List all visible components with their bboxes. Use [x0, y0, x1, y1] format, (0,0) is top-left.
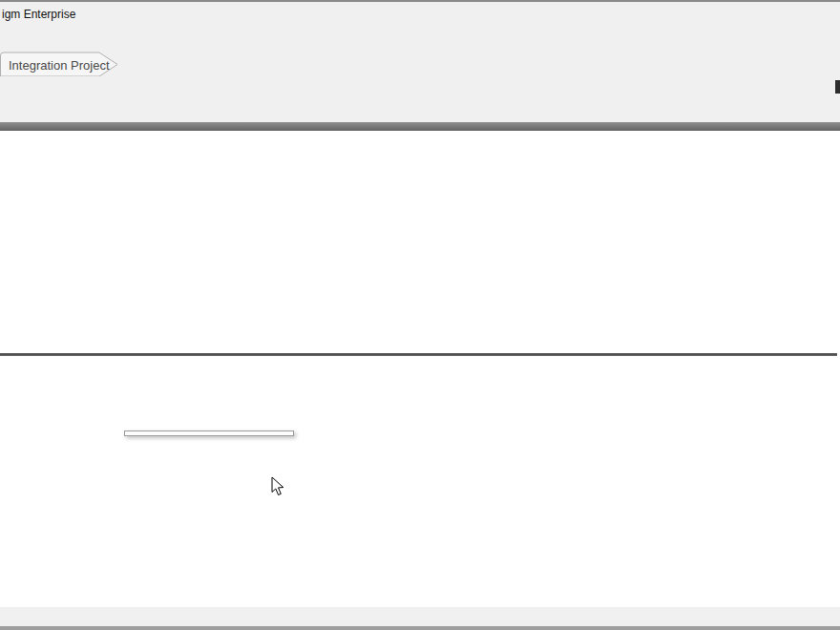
clipped-toolbar-icon[interactable]	[835, 80, 840, 94]
breadcrumb-label: Integration Project	[9, 58, 110, 73]
toolbar-row-1	[0, 76, 840, 99]
breadcrumb-bar: Integration Project	[0, 50, 840, 76]
title-bar: igm Enterprise	[0, 2, 840, 27]
window-bottom-edge	[0, 626, 840, 630]
extraction-table	[0, 353, 837, 356]
context-menu	[124, 430, 294, 436]
window-title: igm Enterprise	[2, 8, 75, 21]
status-bar	[0, 607, 840, 626]
toolbar-row-2	[0, 99, 840, 122]
table-header-row	[0, 353, 837, 355]
menu-bar	[0, 27, 840, 50]
mouse-cursor	[271, 476, 286, 501]
splitter-bar[interactable]	[0, 122, 840, 131]
